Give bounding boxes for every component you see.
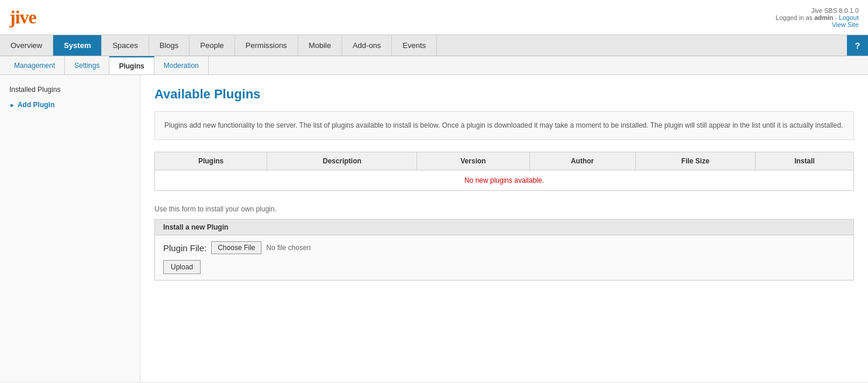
sidebar-item-installed-plugins[interactable]: Installed Plugins: [0, 82, 140, 97]
col-plugins: Plugins: [155, 152, 267, 170]
subnav-moderation[interactable]: Moderation: [154, 56, 209, 74]
version-num: 8.0.1.0: [839, 7, 859, 14]
add-plugin-label: Add Plugin: [18, 101, 54, 109]
table-header-row: Plugins Description Version Author File …: [155, 152, 854, 170]
subnav-plugins[interactable]: Plugins: [109, 56, 154, 74]
view-site-link[interactable]: View Site: [832, 21, 859, 28]
info-box: Plugins add new functionality to the ser…: [154, 111, 854, 140]
col-file-size: File Size: [635, 152, 755, 170]
installed-plugins-label: Installed Plugins: [9, 86, 60, 94]
install-form-title: Install a new Plugin: [155, 220, 853, 235]
sidebar-item-add-plugin[interactable]: ► Add Plugin: [0, 97, 140, 112]
col-install: Install: [756, 152, 854, 170]
logo: jive: [9, 6, 36, 28]
nav-blogs[interactable]: Blogs: [149, 35, 190, 56]
app-name: Jive SBS: [811, 7, 838, 14]
col-version: Version: [417, 152, 529, 170]
plugin-file-row: Plugin File: Choose File No file chosen: [163, 241, 845, 254]
no-plugins-row: No new plugins available.: [155, 170, 854, 191]
nav-people[interactable]: People: [190, 35, 235, 56]
no-plugins-message: No new plugins available.: [155, 170, 854, 191]
nav-mobile[interactable]: Mobile: [298, 35, 342, 56]
subnav-settings[interactable]: Settings: [65, 56, 109, 74]
plugins-table: Plugins Description Version Author File …: [154, 152, 854, 191]
subnav-management[interactable]: Management: [5, 56, 65, 74]
header-right: Jive SBS 8.0.1.0 Logged in as admin - Lo…: [776, 7, 859, 28]
header: jive Jive SBS 8.0.1.0 Logged in as admin…: [0, 0, 868, 35]
nav-add-ons[interactable]: Add-ons: [342, 35, 392, 56]
page-title: Available Plugins: [154, 87, 854, 102]
main-nav: Overview System Spaces Blogs People Perm…: [0, 35, 868, 56]
sub-nav: Management Settings Plugins Moderation: [0, 56, 868, 75]
login-info: Logged in as admin - Logout: [776, 14, 859, 21]
nav-system[interactable]: System: [53, 35, 102, 56]
no-file-text: No file chosen: [266, 244, 311, 252]
install-form-box: Install a new Plugin Plugin File: Choose…: [154, 219, 854, 281]
help-button[interactable]: ?: [847, 35, 868, 56]
nav-overview[interactable]: Overview: [0, 35, 53, 56]
nav-permissions[interactable]: Permissions: [235, 35, 298, 56]
logged-in-label: Logged in as: [776, 14, 812, 21]
nav-spaces[interactable]: Spaces: [102, 35, 149, 56]
choose-file-button[interactable]: Choose File: [211, 241, 261, 254]
col-description: Description: [267, 152, 417, 170]
version-info: Jive SBS 8.0.1.0: [776, 7, 859, 14]
col-author: Author: [529, 152, 635, 170]
main-content: Available Plugins Plugins add new functi…: [140, 75, 868, 382]
view-site-row: View Site: [776, 21, 859, 28]
install-form-intro: Use this form to install your own plugin…: [154, 205, 854, 213]
chevron-icon: ►: [9, 102, 15, 108]
upload-button[interactable]: Upload: [163, 260, 201, 274]
plugin-file-label: Plugin File:: [163, 243, 206, 253]
logout-link[interactable]: Logout: [839, 14, 859, 21]
content-wrapper: Installed Plugins ► Add Plugin Available…: [0, 75, 868, 382]
nav-events[interactable]: Events: [392, 35, 437, 56]
username-val: admin: [814, 14, 833, 21]
sidebar: Installed Plugins ► Add Plugin: [0, 75, 140, 382]
